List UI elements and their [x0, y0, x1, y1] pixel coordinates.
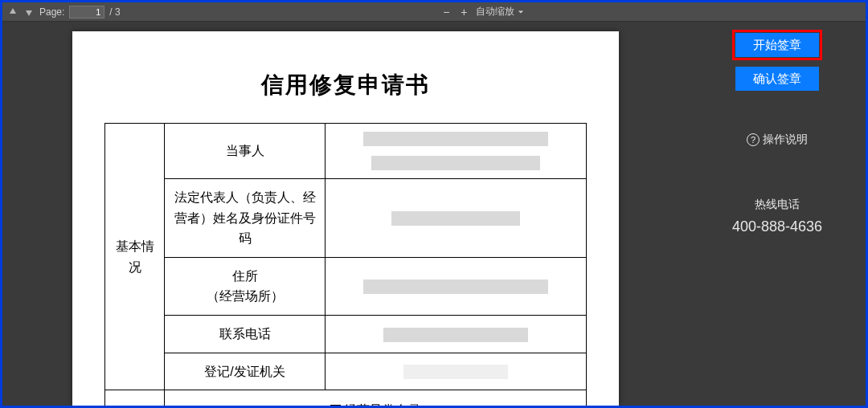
- help-link[interactable]: ? 操作说明: [747, 133, 808, 147]
- checklist-cell: 经营异常名录 个体工商户经营异常状态: [165, 390, 587, 406]
- row-address-label: 住所 （经营场所）: [165, 257, 326, 315]
- prev-page-arrow[interactable]: [7, 6, 18, 18]
- row-regorg-value: [326, 353, 587, 390]
- zoom-mode-select[interactable]: 自动缩放: [476, 5, 524, 18]
- zoom-mode-label: 自动缩放: [476, 5, 514, 18]
- hotline-label: 热线电话: [732, 195, 822, 214]
- checkbox-icon: [330, 405, 341, 406]
- row-party-value: [326, 124, 587, 179]
- row-party-label: 当事人: [165, 124, 326, 179]
- confirm-sign-button[interactable]: 确认签章: [735, 67, 819, 91]
- section-basic-label: 基本情 况: [105, 124, 165, 390]
- zoom-in-button[interactable]: +: [458, 6, 469, 18]
- help-label: 操作说明: [763, 133, 808, 147]
- row-phone-value: [326, 315, 587, 353]
- document-viewport[interactable]: 信用修复申请书 基本情 况 当事人 法定代表人（负责人、经营者）姓名及身份证件号…: [2, 22, 689, 406]
- row-regorg-label: 登记/发证机关: [165, 353, 326, 390]
- page-total: / 3: [109, 6, 120, 18]
- page-label: Page:: [39, 6, 64, 18]
- page-number-input[interactable]: [69, 6, 104, 18]
- section-apply-label: 申请信 用修复: [105, 390, 165, 406]
- document-page: 信用修复申请书 基本情 况 当事人 法定代表人（负责人、经营者）姓名及身份证件号…: [72, 31, 619, 406]
- row-address-value: [326, 257, 587, 315]
- side-panel: 开始签章 确认签章 ? 操作说明 热线电话 400-888-4636: [689, 22, 866, 406]
- hotline-block: 热线电话 400-888-4636: [732, 195, 822, 239]
- chevron-down-icon: [518, 9, 524, 15]
- row-phone-label: 联系电话: [165, 315, 326, 353]
- pdf-toolbar: Page: / 3 − + 自动缩放: [2, 2, 866, 22]
- row-legalrep-value: [326, 179, 587, 258]
- zoom-out-button[interactable]: −: [440, 6, 452, 18]
- zoom-controls: − + 自动缩放: [440, 5, 524, 18]
- hotline-number: 400-888-4636: [732, 214, 822, 239]
- start-sign-button[interactable]: 开始签章: [735, 33, 819, 57]
- next-page-arrow[interactable]: [23, 6, 35, 18]
- form-table: 基本情 况 当事人 法定代表人（负责人、经营者）姓名及身份证件号码 住所 （经营…: [104, 123, 587, 406]
- checklist-item: 经营异常名录: [171, 398, 579, 406]
- document-title: 信用修复申请书: [104, 70, 587, 100]
- question-icon: ?: [747, 133, 760, 146]
- row-legalrep-label: 法定代表人（负责人、经营者）姓名及身份证件号码: [165, 179, 326, 258]
